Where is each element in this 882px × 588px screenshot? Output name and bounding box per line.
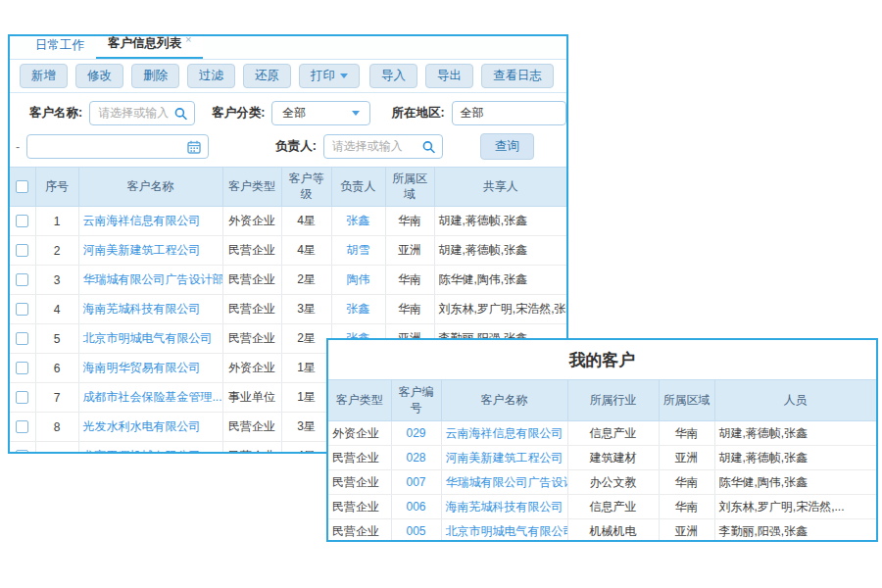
owner-link[interactable]: 张鑫: [347, 214, 370, 227]
table-row[interactable]: 2河南美新建筑工程公司民营企业4星胡雪亚洲胡建,蒋德帧,张鑫: [10, 236, 566, 266]
tab-daily-work[interactable]: 日常工作: [24, 34, 96, 59]
region-label: 所在地区:: [392, 105, 445, 122]
row-no-cell: 5: [35, 324, 78, 354]
row-checkbox[interactable]: [16, 391, 28, 404]
customer-code-link[interactable]: 028: [406, 451, 425, 465]
row-select-cell: [10, 266, 35, 295]
restore-button[interactable]: 还原: [243, 64, 291, 88]
calendar-icon[interactable]: [187, 140, 201, 154]
customer-name-link[interactable]: 光发水利水电有限公司: [83, 419, 201, 433]
row-checkbox[interactable]: [16, 273, 28, 286]
customer-name-cell: 华瑞城有限公司广告设计部: [78, 266, 222, 295]
region-cell: 华南: [385, 295, 434, 324]
customer-name-cell: 云南海祥信息有限公司: [78, 207, 222, 236]
customer-code-link[interactable]: 005: [406, 524, 425, 538]
customer-type-cell: 民营企业: [222, 295, 281, 324]
row-checkbox[interactable]: [16, 332, 28, 345]
owner-link[interactable]: 张鑫: [347, 302, 370, 316]
customer-level-cell: 1星: [281, 383, 331, 413]
table-row[interactable]: 1云南海祥信息有限公司外资企业4星张鑫华南胡建,蒋德帧,张鑫: [10, 207, 566, 236]
print-button[interactable]: 打印: [299, 64, 360, 88]
customer-name-link[interactable]: 华瑞城有限公司广告设计部: [83, 272, 223, 286]
import-button[interactable]: 导入: [369, 64, 417, 88]
people-cell: 胡建,蒋德帧,张鑫: [714, 446, 876, 470]
owner-input[interactable]: 请选择或输入: [323, 134, 443, 159]
customer-name-link[interactable]: 河南美新建筑工程公司: [83, 243, 201, 257]
customer-name-link[interactable]: 云南海祥信息有限公司: [446, 426, 564, 440]
customer-code-link[interactable]: 007: [406, 475, 425, 489]
customer-name-cell: 成都市社会保险基金管理...: [78, 383, 222, 413]
industry-cell: 办公文教: [567, 470, 659, 495]
table-row[interactable]: 民营企业005北京市明城电气有限公司机械机电亚洲李勤丽,阳强,张鑫: [328, 519, 876, 542]
table-row[interactable]: 民营企业006海南芜城科技有限公司信息产业华南刘东林,罗广明,宋浩然,...: [328, 495, 876, 519]
my-customers-table: 客户类型 客户编号 客户名称 所属行业 所属区域 人员 外资企业029云南海祥信…: [328, 379, 876, 542]
filter-row-1: 客户名称: 请选择或输入 客户分类: 全部 所在地区: 全部: [10, 99, 566, 127]
selected-value: 全部: [282, 105, 306, 122]
col-customer-name: 客户名称: [78, 168, 222, 207]
date-range-dash: -: [16, 140, 20, 154]
owner-label: 负责人:: [275, 138, 317, 155]
customer-name-link[interactable]: 云南海祥信息有限公司: [83, 214, 201, 227]
placeholder: 请选择或输入: [332, 138, 403, 155]
edit-button[interactable]: 修改: [75, 64, 123, 88]
customer-type-cell: 民营企业: [328, 495, 391, 519]
tab-bar: 日常工作 客户信息列表×: [10, 36, 566, 60]
customer-code-cell: 007: [391, 470, 441, 495]
customer-name-link[interactable]: 河南美新建筑工程公司: [446, 451, 564, 465]
table-row[interactable]: 外资企业029云南海祥信息有限公司信息产业华南胡建,蒋德帧,张鑫: [328, 421, 876, 446]
customer-type-cell: 外资企业: [222, 354, 281, 383]
row-checkbox[interactable]: [16, 303, 28, 316]
customer-name-cell: 海南芜城科技有限公司: [441, 495, 567, 519]
query-button[interactable]: 查询: [480, 133, 534, 160]
row-no-cell: 9: [35, 442, 78, 454]
view-log-button[interactable]: 查看日志: [481, 64, 554, 88]
delete-button[interactable]: 删除: [131, 64, 179, 88]
owner-link[interactable]: 陶伟: [347, 272, 370, 286]
table-row[interactable]: 3华瑞城有限公司广告设计部民营企业2星陶伟华南陈华健,陶伟,张鑫: [10, 266, 566, 295]
search-icon[interactable]: [422, 140, 435, 153]
customer-code-link[interactable]: 006: [406, 500, 425, 514]
row-checkbox[interactable]: [16, 215, 28, 227]
customer-name-input[interactable]: 请选择或输入: [89, 101, 195, 125]
customer-name-link[interactable]: 海南明华贸易有限公司: [83, 361, 201, 374]
owner-link[interactable]: 胡雪: [347, 243, 370, 257]
row-checkbox[interactable]: [16, 244, 28, 257]
region-cell: 华南: [659, 495, 714, 519]
customer-type-cell: 民营企业: [222, 442, 281, 454]
print-caret-icon: [340, 74, 348, 78]
date-input[interactable]: [26, 134, 209, 159]
owner-cell: 胡雪: [331, 236, 385, 266]
row-no-cell: 4: [35, 295, 78, 324]
shared-cell: 陈华健,陶伟,张鑫: [434, 266, 566, 295]
customer-code-link[interactable]: 029: [406, 426, 425, 440]
customer-name-link[interactable]: 成都市社会保险基金管理...: [83, 390, 222, 404]
category-select[interactable]: 全部: [271, 101, 369, 125]
table-row[interactable]: 民营企业007华瑞城有限公司广告设计部办公文教华南陈华健,陶伟,张鑫: [328, 470, 876, 495]
row-checkbox[interactable]: [16, 450, 28, 454]
customer-code-cell: 006: [391, 495, 441, 519]
row-checkbox[interactable]: [16, 420, 28, 433]
customer-name-link[interactable]: 北京市明城电气有限公司: [83, 331, 213, 345]
tab-customer-list[interactable]: 客户信息列表×: [96, 34, 203, 59]
customer-name-link[interactable]: 海南芜城科技有限公司: [83, 302, 201, 316]
region-input[interactable]: 全部: [452, 101, 566, 125]
table-row[interactable]: 民营企业028河南美新建筑工程公司建筑建材亚洲胡建,蒋德帧,张鑫: [328, 446, 876, 470]
customer-name-link[interactable]: 龙宇工程机械有限公司: [83, 449, 201, 454]
select-all-checkbox[interactable]: [16, 180, 28, 193]
search-icon[interactable]: [174, 107, 187, 120]
filter-button[interactable]: 过滤: [187, 64, 235, 88]
row-select-cell: [10, 295, 35, 324]
export-button[interactable]: 导出: [425, 64, 473, 88]
table-row[interactable]: 4海南芜城科技有限公司民营企业3星张鑫华南刘东林,罗广明,宋浩然,张鑫: [10, 295, 566, 324]
customer-name-link[interactable]: 华瑞城有限公司广告设计部: [446, 475, 568, 489]
customer-level-cell: 3星: [281, 295, 331, 324]
customer-type-cell: 民营企业: [328, 519, 391, 542]
tab-close-icon[interactable]: ×: [185, 34, 191, 45]
col-region: 所属区域: [659, 380, 714, 421]
row-no-cell: 1: [35, 207, 78, 236]
customer-name-link[interactable]: 海南芜城科技有限公司: [446, 500, 564, 514]
row-checkbox[interactable]: [16, 362, 28, 374]
industry-cell: 信息产业: [567, 421, 659, 446]
add-button[interactable]: 新增: [20, 64, 68, 88]
customer-name-link[interactable]: 北京市明城电气有限公司: [446, 524, 568, 538]
